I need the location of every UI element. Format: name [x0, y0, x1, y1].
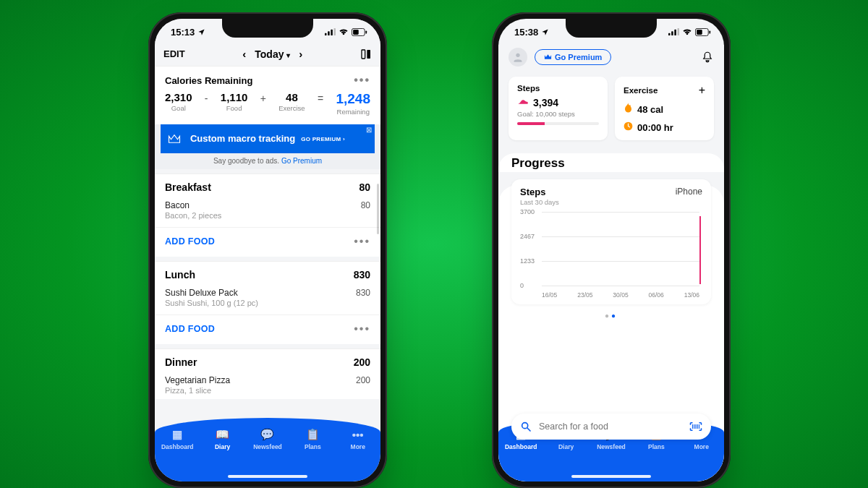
svg-rect-10	[671, 31, 673, 35]
ad-close-button[interactable]: ⊠	[366, 126, 372, 134]
exercise-cal: 48 cal	[637, 104, 663, 115]
edit-button[interactable]: EDIT	[163, 48, 185, 59]
chevron-down-icon: ▾	[286, 51, 290, 59]
svg-rect-12	[678, 28, 680, 35]
dashboard-header: Go Premium	[498, 45, 724, 72]
status-time: 15:38	[514, 27, 538, 38]
location-icon	[197, 28, 205, 36]
ad-subtext: Say goodbye to ads. Go Premium	[155, 153, 380, 165]
add-food-button[interactable]: ADD FOOD	[165, 236, 215, 247]
phone-dashboard: 15:38 Go Premium	[492, 12, 731, 488]
chart-title: Steps	[520, 187, 559, 197]
meal-breakfast: Breakfast80 BaconBacon, 2 pieces 80 ADD …	[155, 174, 380, 257]
home-indicator[interactable]	[228, 475, 307, 478]
nutrition-icon[interactable]	[360, 48, 372, 60]
calories-summary-card: Calories Remaining ••• 2,310Goal - 1,110…	[155, 66, 380, 124]
go-premium-link[interactable]: Go Premium	[281, 157, 322, 165]
grid-icon: ▦	[158, 428, 197, 441]
steps-progress-bar	[517, 122, 599, 125]
svg-rect-14	[697, 30, 702, 35]
svg-rect-1	[328, 31, 330, 35]
wifi-icon	[339, 28, 349, 35]
goal-value: 2,310	[165, 91, 192, 103]
flame-icon	[624, 103, 633, 116]
progress-title: Progress	[498, 153, 724, 172]
svg-rect-6	[365, 30, 367, 33]
location-icon	[541, 28, 549, 36]
meal-more-button[interactable]: •••	[354, 322, 370, 335]
premium-ad-banner[interactable]: Custom macro tracking GO PREMIUM › ⊠	[161, 124, 375, 153]
book-icon: 📖	[203, 428, 242, 441]
clipboard-icon: 📋	[293, 428, 332, 441]
svg-rect-5	[353, 30, 359, 35]
svg-point-16	[516, 53, 519, 57]
svg-rect-2	[331, 30, 333, 35]
svg-rect-15	[709, 30, 710, 33]
svg-rect-0	[325, 33, 327, 35]
shoe-icon	[517, 97, 529, 108]
svg-rect-11	[674, 30, 676, 35]
chat-icon: 💬	[248, 428, 287, 441]
notch	[222, 19, 313, 38]
ad-block: Custom macro tracking GO PREMIUM › ⊠ Say…	[155, 124, 380, 169]
meal-item[interactable]: Vegetarian PizzaPizza, 1 slice 200	[155, 372, 380, 399]
steps-goal: Goal: 10,000 steps	[517, 110, 599, 118]
meal-more-button[interactable]: •••	[354, 235, 370, 248]
add-exercise-button[interactable]: +	[699, 84, 705, 97]
svg-rect-9	[668, 33, 671, 35]
meal-name: Lunch	[165, 269, 195, 281]
svg-rect-8	[367, 50, 370, 59]
day-selector[interactable]: Today ▾	[255, 48, 290, 60]
food-value: 1,110	[221, 91, 248, 103]
tab-diary[interactable]: 📖Diary	[203, 428, 242, 450]
bell-icon[interactable]	[701, 51, 714, 64]
search-input[interactable]	[537, 421, 689, 432]
svg-rect-3	[334, 28, 336, 35]
meal-item[interactable]: BaconBacon, 2 pieces 80	[155, 197, 380, 224]
meal-lunch: Lunch830 Sushi Deluxe PackSushi Sushi, 1…	[155, 261, 380, 344]
diary-toolbar: EDIT ‹ Today ▾ ›	[155, 45, 380, 66]
crown-icon	[168, 134, 181, 144]
meal-total: 830	[354, 269, 370, 281]
search-icon	[520, 421, 532, 432]
tab-bar: ▦Dashboard 📖Diary 💬Newsfeed 📋Plans •••Mo…	[155, 418, 380, 481]
chart-subtitle: Last 30 days	[520, 198, 559, 206]
calories-more-button[interactable]: •••	[354, 74, 370, 87]
tab-newsfeed[interactable]: 💬Newsfeed	[248, 428, 287, 450]
chart-source: iPhone	[676, 187, 702, 197]
add-food-button[interactable]: ADD FOOD	[165, 324, 215, 334]
scroll-indicator	[377, 184, 379, 234]
tab-plans[interactable]: 📋Plans	[293, 428, 332, 450]
steps-value: 3,394	[533, 97, 558, 108]
svg-line-19	[527, 428, 530, 431]
crown-icon	[544, 53, 552, 61]
tab-dashboard[interactable]: ▦Dashboard	[158, 428, 197, 450]
search-food-field[interactable]	[511, 414, 711, 440]
home-indicator[interactable]	[571, 475, 651, 478]
meal-name: Breakfast	[165, 181, 211, 193]
meal-dinner: Dinner200 Vegetarian PizzaPizza, 1 slice…	[155, 348, 380, 399]
barcode-icon[interactable]	[689, 421, 702, 432]
steps-card[interactable]: Steps 3,394 Goal: 10,000 steps	[509, 77, 608, 140]
next-day-button[interactable]: ›	[296, 48, 305, 60]
remaining-value: 1,248	[336, 91, 370, 107]
svg-rect-7	[362, 50, 365, 59]
meal-item[interactable]: Sushi Deluxe PackSushi Sushi, 100 g (12 …	[155, 285, 380, 312]
go-premium-button[interactable]: Go Premium	[535, 49, 611, 65]
tab-more[interactable]: •••More	[339, 428, 378, 450]
exercise-value: 48	[278, 91, 305, 103]
wifi-icon	[682, 28, 692, 35]
exercise-time: 00:00 hr	[637, 122, 673, 133]
chart-area: 012332467370016/0523/0530/0506/0613/06	[520, 212, 702, 299]
battery-icon	[695, 28, 711, 36]
signal-icon	[325, 28, 336, 35]
battery-icon	[352, 28, 367, 36]
meal-total: 200	[354, 356, 370, 368]
avatar[interactable]	[509, 48, 527, 67]
prev-day-button[interactable]: ‹	[239, 48, 249, 60]
phone-diary: 15:13 EDIT	[148, 12, 387, 488]
exercise-card[interactable]: Exercise+ 48 cal 00:00 hr	[615, 77, 714, 140]
page-indicator: ●●	[498, 304, 724, 320]
progress-chart-card[interactable]: Steps Last 30 days iPhone 01233246737001…	[511, 179, 711, 304]
status-time: 15:13	[171, 27, 195, 38]
